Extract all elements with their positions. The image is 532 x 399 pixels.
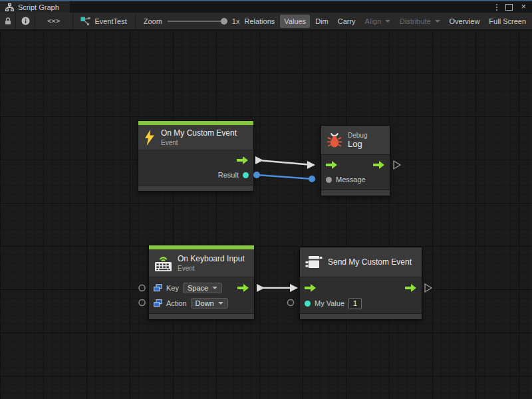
tab-title: Script Graph — [18, 3, 59, 11]
node-subtitle: Event — [178, 265, 245, 272]
align-dropdown[interactable]: Align — [361, 15, 394, 28]
message-port-label: Message — [336, 176, 366, 184]
node-header[interactable]: Send My Custom Event — [300, 247, 422, 277]
graph-toolbar: <×> EventTest Zoom 1x Relations — [0, 13, 532, 30]
node-send-my-custom-event[interactable]: Send My Custom Event My Value 1 — [299, 247, 422, 320]
chevron-down-icon — [435, 20, 440, 23]
unconnected-port-my-value[interactable] — [288, 300, 294, 306]
overview-button[interactable]: Overview — [446, 15, 484, 28]
zoom-slider[interactable] — [168, 21, 225, 22]
flow-input-port[interactable] — [305, 283, 317, 293]
maximize-icon[interactable] — [505, 4, 513, 11]
distribute-dropdown[interactable]: Distribute — [396, 15, 444, 28]
window-menu-icon[interactable] — [496, 4, 497, 11]
keyboard-event-icon — [154, 255, 172, 272]
info-icon — [21, 17, 30, 25]
flow-output-port[interactable] — [405, 283, 417, 293]
zoom-value: 1x — [232, 17, 240, 25]
inspect-button[interactable] — [16, 13, 35, 29]
window-controls: × — [496, 1, 532, 13]
full-screen-button[interactable]: Full Screen — [485, 15, 530, 28]
node-header[interactable]: Debug Log — [321, 126, 390, 155]
unconnected-port-action[interactable] — [139, 300, 145, 306]
node-title: On My Custom Event — [161, 128, 237, 138]
close-icon[interactable]: × — [521, 2, 526, 11]
wire-value-result-to-message[interactable] — [253, 172, 315, 182]
graph-hierarchy-icon — [5, 3, 14, 11]
node-title: On Keyboard Input — [178, 254, 245, 263]
node-footer — [149, 313, 254, 319]
toolbar-toggle-group: Relations Values Dim Carry Align Distrib… — [239, 15, 532, 28]
key-value-dropdown[interactable]: Space — [183, 283, 222, 293]
zoom-control: Zoom 1x — [144, 17, 240, 25]
node-category: Debug — [348, 132, 367, 139]
zoom-label: Zoom — [144, 17, 162, 25]
node-subtitle: Event — [161, 139, 237, 146]
result-value-port[interactable] — [243, 172, 249, 178]
node-on-my-custom-event[interactable]: On My Custom Event Event Result — [138, 120, 254, 192]
node-footer — [138, 185, 253, 191]
lock-icon — [4, 17, 12, 25]
code-icon: <×> — [47, 17, 61, 25]
tab-bar: Script Graph × — [0, 1, 532, 13]
graph-name-label: EventTest — [94, 17, 126, 25]
node-on-keyboard-input[interactable]: On Keyboard Input Event Key Space — [148, 245, 255, 320]
chevron-down-icon — [385, 20, 390, 23]
action-port-label: Action — [166, 299, 187, 307]
node-title: Log — [348, 139, 367, 149]
unconnected-port-key[interactable] — [139, 285, 145, 291]
values-toggle[interactable]: Values — [280, 15, 310, 28]
my-value-input[interactable]: 1 — [348, 298, 362, 309]
message-value-port[interactable] — [326, 177, 332, 183]
flow-input-port[interactable] — [326, 160, 338, 170]
enum-type-icon — [154, 299, 162, 307]
carry-toggle[interactable]: Carry — [334, 15, 360, 28]
flow-output-port[interactable] — [237, 283, 249, 293]
script-graph-window: Script Graph × <×> — [0, 0, 532, 399]
dim-toggle[interactable]: Dim — [311, 15, 332, 28]
chevron-down-icon — [218, 302, 223, 305]
wire-flow-keyboard-to-send[interactable] — [257, 284, 298, 292]
chevron-down-icon — [212, 287, 217, 289]
node-header[interactable]: On Keyboard Input Event — [149, 249, 254, 277]
node-debug-log[interactable]: Debug Log Message — [321, 125, 390, 196]
flow-continuation-icon — [394, 161, 400, 169]
flow-continuation-icon — [425, 284, 432, 292]
my-value-port[interactable] — [305, 301, 311, 307]
key-port-label: Key — [166, 284, 179, 292]
enum-type-icon — [154, 284, 162, 292]
my-value-label: My Value — [315, 299, 344, 307]
graph-asset-icon — [80, 17, 90, 26]
bug-icon — [327, 132, 342, 149]
flow-output-port[interactable] — [237, 156, 249, 165]
graph-canvas[interactable]: On My Custom Event Event Result — [0, 30, 532, 399]
node-footer — [321, 190, 390, 196]
node-header[interactable]: On My Custom Event Event — [138, 125, 253, 150]
tab-script-graph[interactable]: Script Graph — [0, 1, 70, 13]
lock-button[interactable] — [0, 13, 15, 29]
custom-event-icon — [305, 255, 323, 270]
flow-output-port[interactable] — [373, 160, 385, 170]
zoom-slider-knob[interactable] — [221, 18, 227, 25]
node-footer — [300, 313, 422, 319]
graph-breadcrumb-button[interactable]: EventTest — [72, 13, 134, 29]
relations-toggle[interactable]: Relations — [240, 15, 279, 28]
lightning-icon — [144, 130, 156, 146]
result-port-label: Result — [218, 171, 239, 179]
node-title: Send My Custom Event — [328, 257, 412, 267]
wire-flow-customevent-to-log[interactable] — [255, 156, 315, 169]
action-value-dropdown[interactable]: Down — [191, 298, 228, 309]
edit-source-button[interactable]: <×> — [35, 13, 72, 29]
